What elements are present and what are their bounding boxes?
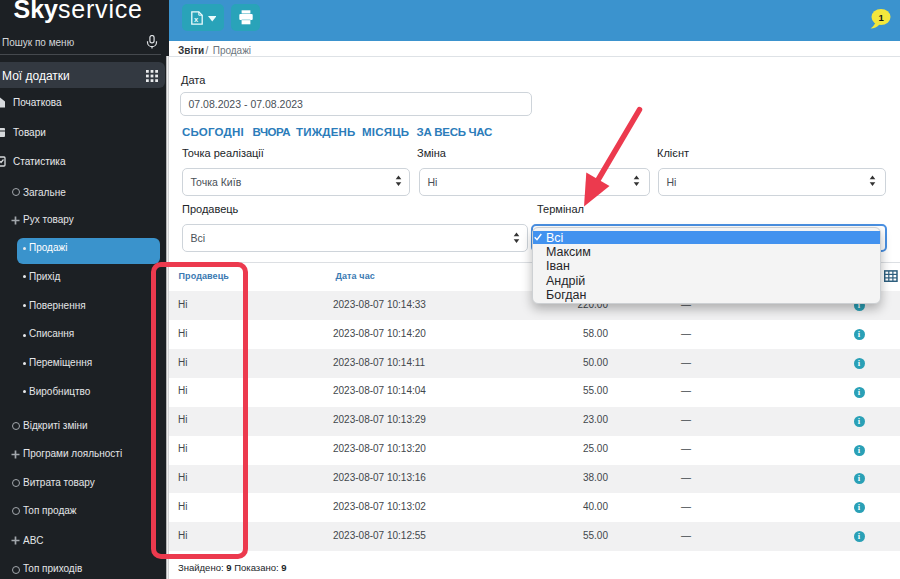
svg-text:x: x <box>194 15 199 24</box>
svg-text:1: 1 <box>879 12 885 23</box>
